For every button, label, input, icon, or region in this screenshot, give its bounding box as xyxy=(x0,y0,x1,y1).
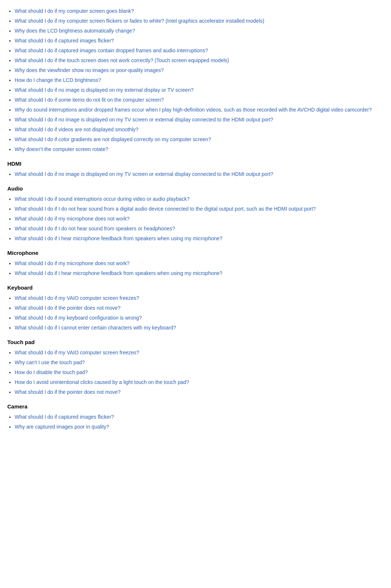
list-item: What should I do if the pointer does not… xyxy=(15,304,384,312)
topic-link[interactable]: What should I do if I cannot enter certa… xyxy=(15,325,176,331)
topic-link[interactable]: What should I do if the pointer does not… xyxy=(15,305,121,311)
list-item: What should I do if no image is displaye… xyxy=(15,86,384,94)
topic-link[interactable]: Why can't I use the touch pad? xyxy=(15,359,85,365)
list-item: What should I do if I hear microphone fe… xyxy=(15,270,384,277)
section-link-list: What should I do if my VAIO computer scr… xyxy=(7,294,384,332)
topic-link[interactable]: Why doesn’t the computer screen rotate? xyxy=(15,146,108,152)
section-title: Audio xyxy=(7,185,384,192)
section-title: Microphone xyxy=(7,250,384,256)
topic-link[interactable]: What should I do if no image is displaye… xyxy=(15,171,273,177)
section-link-list: What should I do if my VAIO computer scr… xyxy=(7,349,384,396)
top-link-list: What should I do if my computer screen g… xyxy=(7,7,384,153)
topic-link[interactable]: What should I do if color gradients are … xyxy=(15,136,211,142)
list-item: What should I do if I hear microphone fe… xyxy=(15,235,384,242)
topic-link[interactable]: What should I do if I do not hear sound … xyxy=(15,226,175,231)
section-title: Camera xyxy=(7,403,384,410)
list-item: Why do sound interruptions and/or droppe… xyxy=(15,106,384,114)
list-item: What should I do if color gradients are … xyxy=(15,136,384,143)
topic-link[interactable]: How do I change the LCD brightness? xyxy=(15,77,101,83)
topic-link[interactable]: Why does the viewfinder show no images o… xyxy=(15,67,164,73)
list-item: Why are captured images poor in quality? xyxy=(15,423,384,431)
topic-link[interactable]: What should I do if my VAIO computer scr… xyxy=(15,350,139,355)
list-item: What should I do if my computer screen g… xyxy=(15,7,384,15)
list-item: What should I do if my computer screen f… xyxy=(15,17,384,25)
topic-link[interactable]: What should I do if the pointer does not… xyxy=(15,389,121,395)
list-item: What should I do if some items do not fi… xyxy=(15,96,384,104)
section-title: HDMI xyxy=(7,161,384,167)
section-link-list: What should I do if captured images flic… xyxy=(7,413,384,431)
topic-link[interactable]: What should I do if my microphone does n… xyxy=(15,260,129,266)
list-item: Why doesn’t the computer screen rotate? xyxy=(15,146,384,153)
list-item: What should I do if I cannot enter certa… xyxy=(15,324,384,332)
list-item: What should I do if no image is displaye… xyxy=(15,116,384,124)
topic-link[interactable]: How do I avoid unintentional clicks caus… xyxy=(15,379,189,385)
list-item: What should I do if sound interruptions … xyxy=(15,195,384,203)
list-item: How do I change the LCD brightness? xyxy=(15,76,384,84)
topic-link[interactable]: What should I do if my VAIO computer scr… xyxy=(15,295,139,301)
topic-link[interactable]: What should I do if I do not hear sound … xyxy=(15,206,316,212)
list-item: What should I do if captured images flic… xyxy=(15,413,384,421)
list-item: What should I do if I do not hear sound … xyxy=(15,205,384,213)
topic-link[interactable]: What should I do if captured images cont… xyxy=(15,48,208,53)
list-item: Why does the viewfinder show no images o… xyxy=(15,67,384,74)
topic-link[interactable]: What should I do if I hear microphone fe… xyxy=(15,270,222,276)
list-item: What should I do if captured images cont… xyxy=(15,47,384,54)
topic-link[interactable]: What should I do if the touch screen doe… xyxy=(15,57,229,63)
section-link-list: What should I do if no image is displaye… xyxy=(7,170,384,178)
topic-link[interactable]: What should I do if my keyboard configur… xyxy=(15,315,142,321)
list-item: What should I do if videos are not displ… xyxy=(15,126,384,133)
list-item: What should I do if captured images flic… xyxy=(15,37,384,45)
list-item: What should I do if my microphone does n… xyxy=(15,260,384,267)
topic-link[interactable]: What should I do if captured images flic… xyxy=(15,414,114,420)
topic-link[interactable]: What should I do if no image is displaye… xyxy=(15,87,193,93)
list-item: What should I do if my keyboard configur… xyxy=(15,314,384,322)
list-item: What should I do if the touch screen doe… xyxy=(15,57,384,64)
topic-link[interactable]: What should I do if my microphone does n… xyxy=(15,216,129,222)
list-item: What should I do if the pointer does not… xyxy=(15,388,384,396)
section-link-list: What should I do if my microphone does n… xyxy=(7,260,384,277)
list-item: What should I do if no image is displaye… xyxy=(15,170,384,178)
list-item: Why does the LCD brightness automaticall… xyxy=(15,27,384,35)
list-item: What should I do if I do not hear sound … xyxy=(15,225,384,233)
topic-link[interactable]: What should I do if captured images flic… xyxy=(15,38,114,44)
topic-link[interactable]: What should I do if my computer screen f… xyxy=(15,18,264,24)
topic-link[interactable]: What should I do if videos are not displ… xyxy=(15,127,139,132)
section-title: Touch pad xyxy=(7,339,384,345)
list-item: How do I disable the touch pad? xyxy=(15,369,384,376)
list-item: How do I avoid unintentional clicks caus… xyxy=(15,378,384,386)
topic-link[interactable]: What should I do if no image is displaye… xyxy=(15,117,273,122)
topic-link[interactable]: Why does the LCD brightness automaticall… xyxy=(15,28,135,34)
topic-link[interactable]: What should I do if sound interruptions … xyxy=(15,196,190,202)
topic-link[interactable]: How do I disable the touch pad? xyxy=(15,369,88,375)
list-item: Why can't I use the touch pad? xyxy=(15,359,384,366)
section-link-list: What should I do if sound interruptions … xyxy=(7,195,384,242)
topic-link[interactable]: What should I do if some items do not fi… xyxy=(15,97,164,103)
list-item: What should I do if my VAIO computer scr… xyxy=(15,349,384,357)
list-item: What should I do if my microphone does n… xyxy=(15,215,384,223)
list-item: What should I do if my VAIO computer scr… xyxy=(15,294,384,302)
topic-link[interactable]: Why are captured images poor in quality? xyxy=(15,424,109,430)
topic-link[interactable]: Why do sound interruptions and/or droppe… xyxy=(15,107,372,113)
topic-link[interactable]: What should I do if I hear microphone fe… xyxy=(15,235,222,241)
topic-link[interactable]: What should I do if my computer screen g… xyxy=(15,8,134,14)
section-title: Keyboard xyxy=(7,284,384,291)
